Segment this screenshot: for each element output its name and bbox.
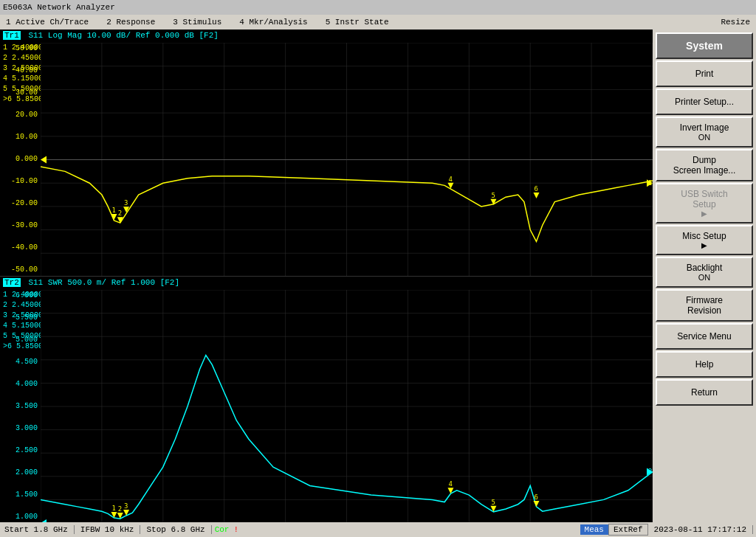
trace2-params: S11 SWR 500.0 m/ Ref 1.000 [F2] — [28, 278, 179, 287]
status-stop: Stop 6.8 GHz — [140, 525, 211, 534]
firmware-revision-button[interactable]: FirmwareRevision — [656, 289, 753, 322]
trace1-label: Tr1 — [3, 31, 21, 40]
trace2-y-axis: 6.000 5.500 5.000 4.500 4.000 3.500 3.00… — [0, 290, 41, 523]
menu-response[interactable]: 2 Response — [103, 18, 158, 27]
menu-mkr-analysis[interactable]: 4 Mkr/Analysis — [236, 18, 310, 27]
cor-indicator: Cor — [212, 525, 233, 534]
backlight-button[interactable]: BacklightON — [656, 257, 753, 288]
exclaim: ! — [232, 525, 240, 534]
menu-active-ch[interactable]: 1 Active Ch/Trace — [3, 18, 92, 27]
trace1-y-axis: 50.00 40.00 30.00 20.00 10.00 0.000 -10.… — [0, 43, 41, 276]
menu-instr-state[interactable]: 5 Instr State — [323, 18, 392, 27]
trace2-header: Tr2 S11 SWR 500.0 m/ Ref 1.000 [F2] — [0, 277, 653, 288]
meas-button[interactable]: Meas — [580, 524, 608, 535]
app-title: E5063A Network Analyzer — [3, 3, 115, 12]
invert-image-button[interactable]: Invert ImageON — [656, 117, 753, 148]
status-bar: Start 1.8 GHz IFBW 10 kHz Stop 6.8 GHz C… — [0, 522, 756, 537]
status-ifbw: IFBW 10 kHz — [75, 525, 141, 534]
usb-switch-button[interactable]: USB SwitchSetup — [656, 183, 753, 224]
main-area: Tr1 S11 Log Mag 10.00 dB/ Ref 0.000 dB [… — [0, 30, 756, 522]
extref-button[interactable]: ExtRef — [608, 524, 648, 536]
dump-screen-button[interactable]: DumpScreen Image... — [656, 149, 753, 181]
service-menu-button[interactable]: Service Menu — [656, 323, 753, 350]
menu-bar: 1 Active Ch/Trace 2 Response 3 Stimulus … — [0, 15, 756, 30]
trace2-canvas — [41, 290, 653, 523]
status-start: Start 1.8 GHz — [3, 525, 75, 534]
return-button[interactable]: Return — [656, 379, 753, 406]
trace2-label: Tr2 — [3, 278, 21, 287]
sidebar: System Print Printer Setup... Invert Ima… — [653, 30, 756, 522]
trace1-header: Tr1 S11 Log Mag 10.00 dB/ Ref 0.000 dB [… — [0, 30, 653, 41]
title-bar: E5063A Network Analyzer — [0, 0, 756, 15]
printer-setup-button[interactable]: Printer Setup... — [656, 89, 753, 115]
resize-button[interactable]: Resize — [718, 18, 753, 27]
system-title: System — [656, 32, 753, 59]
trace1-params: S11 Log Mag 10.00 dB/ Ref 0.000 dB [F2] — [28, 31, 218, 40]
misc-setup-button[interactable]: Misc Setup — [656, 225, 753, 255]
print-button[interactable]: Print — [656, 60, 753, 87]
datetime: 2023-08-11 17:17:12 — [648, 525, 753, 534]
trace1-canvas — [41, 43, 653, 277]
trace1-panel: Tr1 S11 Log Mag 10.00 dB/ Ref 0.000 dB [… — [0, 30, 653, 277]
menu-stimulus[interactable]: 3 Stimulus — [170, 18, 224, 27]
help-button[interactable]: Help — [656, 351, 753, 378]
chart-area: Tr1 S11 Log Mag 10.00 dB/ Ref 0.000 dB [… — [0, 30, 653, 522]
trace2-panel: Tr2 S11 SWR 500.0 m/ Ref 1.000 [F2] 6.00… — [0, 277, 653, 523]
